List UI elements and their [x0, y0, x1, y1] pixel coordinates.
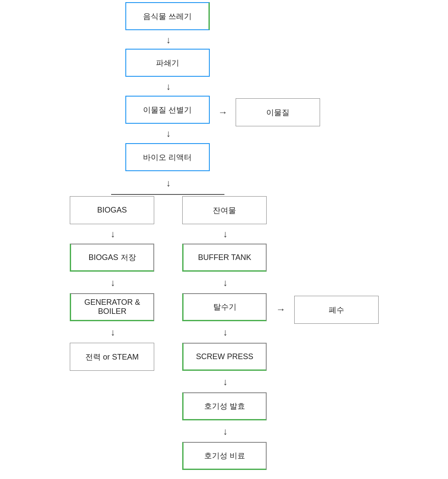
buffer-tank-box: BUFFER TANK — [182, 244, 267, 272]
arrow-aerobic-down — [219, 422, 232, 441]
arrow-2 — [162, 78, 175, 95]
separator-box: 이물질 선별기 — [125, 96, 210, 124]
dehydrator-box: 탈수기 — [182, 293, 267, 321]
arrow-biogas-down — [106, 225, 119, 243]
arrow-biogas-storage-down — [106, 273, 119, 292]
power-steam-box: 전력 or STEAM — [70, 343, 154, 371]
arrow-1 — [162, 31, 175, 49]
foreign-box: 이물질 — [236, 98, 320, 126]
split-line — [111, 194, 224, 195]
arrow-dehydrator-right — [268, 303, 294, 316]
biogas-box: BIOGAS — [70, 196, 154, 224]
flow-diagram: 음식물 쓰레기 파쇄기 이물질 선별기 이물질 바이오 리액터 BIOGAS 잔… — [0, 0, 448, 479]
wastewater-box: 폐수 — [294, 296, 379, 324]
aerobic-fertilizer-box: 호기성 비료 — [182, 442, 267, 470]
arrow-3 — [162, 125, 175, 142]
arrow-dehydrator-down — [219, 322, 232, 342]
gen-boiler-box: GENERATOR & BOILER — [70, 293, 154, 321]
arrow-screw-down — [219, 372, 232, 391]
arrow-separator-right — [211, 106, 235, 119]
bioreactor-box: 바이오 리액터 — [125, 143, 210, 171]
residue-box: 잔여물 — [182, 196, 267, 224]
aerobic-fermentation-box: 호기성 발효 — [182, 392, 267, 420]
crusher-box: 파쇄기 — [125, 49, 210, 77]
arrow-gen-down — [106, 322, 119, 342]
biogas-storage-box: BIOGAS 저장 — [70, 244, 154, 272]
arrow-4 — [162, 172, 175, 194]
arrow-buffer-down — [219, 273, 232, 292]
arrow-residue-down — [219, 225, 232, 243]
screw-press-box: SCREW PRESS — [182, 343, 267, 371]
food-waste-box: 음식물 쓰레기 — [125, 2, 210, 30]
